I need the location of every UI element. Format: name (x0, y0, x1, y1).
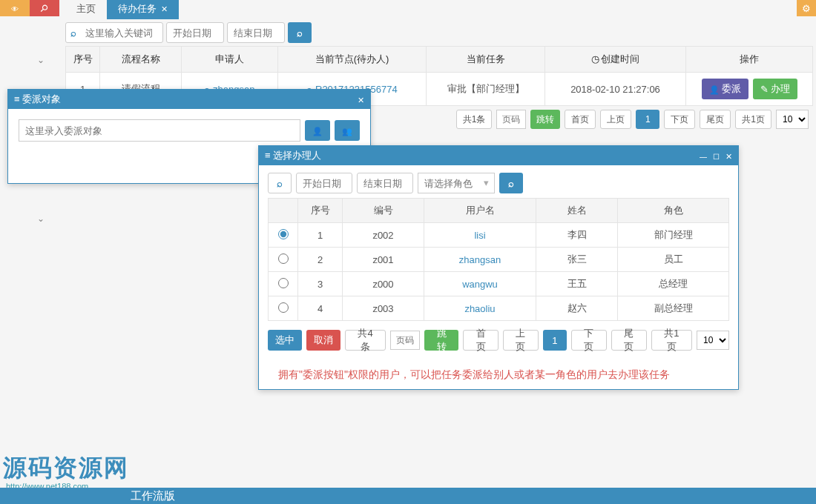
pager-size-select[interactable]: 10 (776, 110, 809, 129)
cell-num: 1 (298, 223, 343, 248)
tab-todo-label: 待办任务 (118, 3, 157, 14)
cell-role: 副总经理 (618, 296, 729, 321)
sel-pager-first[interactable]: 首页 (463, 330, 499, 351)
pager-first[interactable]: 首页 (565, 110, 596, 129)
search-icon (277, 178, 283, 189)
pick-person-button[interactable] (305, 120, 330, 141)
pager-last[interactable]: 尾页 (700, 110, 731, 129)
cell-name: 李四 (536, 223, 618, 248)
search-button[interactable] (288, 22, 312, 43)
sel-pager-pages: 共1页 (651, 330, 692, 351)
handle-button[interactable]: 办理 (753, 79, 797, 99)
list-icon (265, 150, 271, 161)
settings-button[interactable] (797, 0, 816, 16)
select-cancel-button[interactable]: 取消 (306, 330, 340, 351)
search-icon (66, 27, 81, 39)
handler-row[interactable]: 2z001zhangsan张三员工 (269, 248, 729, 272)
sel-pager-next[interactable]: 下页 (571, 330, 607, 351)
col-flow: 流程名称 (100, 47, 182, 73)
handler-row[interactable]: 3z000wangwu王五总经理 (269, 272, 729, 296)
sel-col-user: 用户名 (424, 199, 536, 223)
cell-user[interactable]: wangwu (424, 272, 536, 296)
sel-end-date[interactable] (357, 173, 413, 193)
cell-name: 赵六 (536, 296, 618, 321)
top-eye-button[interactable] (0, 0, 30, 16)
cell-task: 审批【部门经理】 (427, 73, 545, 106)
person-icon (709, 84, 720, 95)
select-handler-dialog: 选择办理人 序号 编号 用户名 姓名 角色 1z002lisi李四部门经理2z0… (258, 145, 739, 390)
sel-pager-prev[interactable]: 上页 (503, 330, 539, 351)
sel-pager: 共4条 跳转 首页 上页 1 下页 尾页 共1页 10 (345, 330, 729, 351)
tab-close-icon[interactable]: ✕ (161, 4, 168, 13)
col-ops: 操作 (686, 47, 813, 73)
role-select[interactable] (418, 173, 495, 193)
end-date-input[interactable] (227, 22, 285, 43)
handler-row[interactable]: 4z003zhaoliu赵六副总经理 (269, 296, 729, 321)
cell-role: 总经理 (618, 272, 729, 296)
select-confirm-button[interactable]: 选中 (268, 330, 302, 351)
sel-start-date[interactable] (296, 173, 352, 193)
pager-jump[interactable]: 跳转 (530, 110, 560, 129)
top-share-button[interactable] (30, 0, 59, 16)
pager-prev[interactable]: 上页 (600, 110, 631, 129)
select-close-icon[interactable] (725, 150, 732, 162)
pager-current[interactable]: 1 (636, 110, 659, 129)
select-max-icon[interactable] (713, 150, 720, 162)
cell-user[interactable]: zhaoliu (424, 296, 536, 321)
sel-search-button[interactable] (499, 173, 523, 193)
permission-note: 拥有"委派按钮"权限的用户，可以把任务委派给别人或者某一角色的用户去办理该任务 (268, 368, 729, 382)
sidebar-toggle-2[interactable]: ⌄ (37, 213, 45, 224)
cell-user[interactable]: zhangsan (424, 248, 536, 272)
handler-radio[interactable] (278, 253, 289, 264)
eye-icon (11, 3, 19, 14)
start-date-input[interactable] (166, 22, 224, 43)
sel-search-icon-btn[interactable] (268, 173, 292, 193)
select-dialog-title[interactable]: 选择办理人 (259, 146, 738, 165)
delegate-dialog-title[interactable]: 委派对象 (8, 90, 370, 109)
sel-pager-size[interactable]: 10 (697, 331, 729, 350)
pager-next[interactable]: 下页 (664, 110, 695, 129)
cell-name: 王五 (536, 272, 618, 296)
sel-pager-jump[interactable]: 跳转 (424, 330, 458, 351)
sel-col-code: 编号 (343, 199, 424, 223)
sidebar-toggle-1[interactable]: ⌄ (37, 55, 45, 65)
cell-role: 部门经理 (618, 223, 729, 248)
cell-num: 4 (298, 296, 343, 321)
handler-radio[interactable] (278, 278, 289, 288)
edit-icon (760, 84, 769, 95)
col-num: 序号 (66, 47, 100, 73)
pager-pages: 共1页 (735, 110, 771, 129)
delegate-close-icon[interactable] (358, 94, 364, 105)
cell-num: 3 (298, 272, 343, 296)
search-icon (508, 178, 514, 189)
pager-total: 共1条 (456, 110, 493, 129)
cell-role: 员工 (618, 248, 729, 272)
cell-code: z002 (343, 223, 424, 248)
cell-user[interactable]: lisi (424, 223, 536, 248)
clock-icon (591, 53, 601, 64)
person-icon (312, 125, 323, 136)
handler-radio[interactable] (278, 229, 289, 239)
list-icon (14, 93, 20, 105)
sel-col-radio (269, 199, 298, 223)
sel-pager-cur[interactable]: 1 (543, 330, 567, 351)
handler-radio[interactable] (278, 302, 289, 313)
cell-code: z003 (343, 296, 424, 321)
delegate-target-input[interactable] (19, 119, 300, 142)
handler-row[interactable]: 1z002lisi李四部门经理 (269, 223, 729, 248)
cell-ops: 委派 办理 (686, 73, 813, 106)
pager-page-input[interactable] (496, 110, 526, 129)
tab-home[interactable]: 主页 (65, 0, 107, 19)
sel-col-num: 序号 (298, 199, 343, 223)
cell-name: 张三 (536, 248, 618, 272)
col-created: 创建时间 (545, 47, 686, 73)
delegate-button[interactable]: 委派 (702, 79, 748, 99)
sel-pager-input[interactable] (390, 331, 420, 350)
sel-pager-last[interactable]: 尾页 (611, 330, 647, 351)
handler-table: 序号 编号 用户名 姓名 角色 1z002lisi李四部门经理2z001zhan… (268, 198, 729, 321)
keyword-input[interactable] (81, 23, 162, 42)
tab-todo[interactable]: 待办任务✕ (107, 0, 179, 19)
footer: 工作流版 (0, 488, 816, 504)
pick-role-button[interactable] (335, 120, 360, 141)
select-min-icon[interactable] (700, 150, 707, 162)
